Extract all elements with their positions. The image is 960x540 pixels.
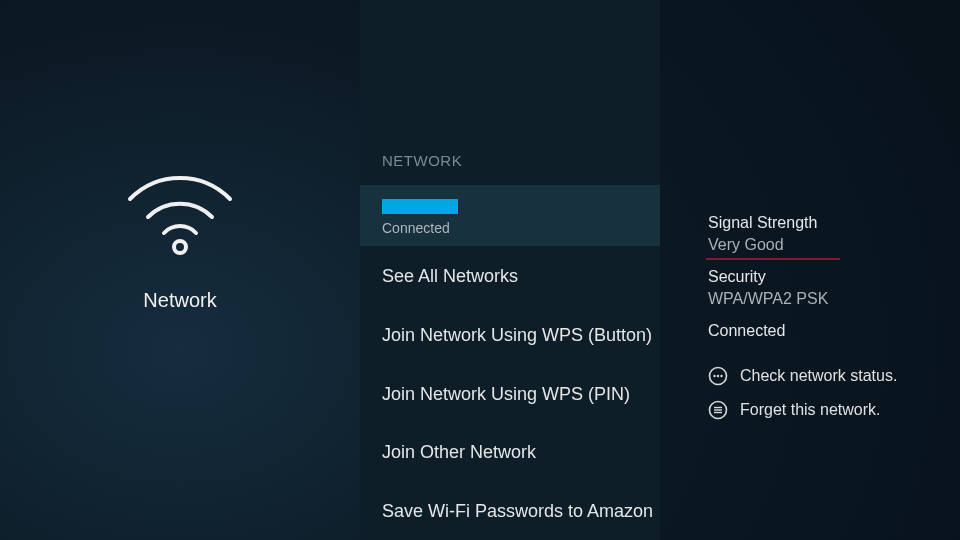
item-label: Join Network Using WPS (Button): [382, 325, 652, 345]
join-wps-pin[interactable]: Join Network Using WPS (PIN): [360, 364, 660, 423]
connection-status: Connected: [708, 322, 930, 340]
security-value: WPA/WPA2 PSK: [708, 290, 930, 308]
left-panel: Network: [0, 0, 360, 540]
current-network-name: [382, 199, 458, 214]
forget-network[interactable]: Forget this network.: [708, 400, 930, 420]
wifi-icon: [120, 169, 240, 259]
signal-strength-value: Very Good: [708, 236, 930, 254]
save-passwords-amazon[interactable]: Save Wi-Fi Passwords to Amazon: [360, 481, 660, 540]
accent-divider: [706, 258, 840, 260]
item-label: Join Other Network: [382, 442, 536, 462]
signal-strength-label: Signal Strength: [708, 214, 930, 232]
join-other-network[interactable]: Join Other Network: [360, 422, 660, 481]
play-options-icon: [708, 366, 728, 386]
page-title: Network: [143, 289, 216, 312]
action-label: Forget this network.: [740, 401, 881, 419]
item-label: Save Wi-Fi Passwords to Amazon: [382, 501, 653, 521]
current-network-status: Connected: [382, 220, 638, 236]
svg-point-2: [713, 375, 715, 377]
menu-icon: [708, 400, 728, 420]
check-network-status[interactable]: Check network status.: [708, 366, 930, 386]
join-wps-button[interactable]: Join Network Using WPS (Button): [360, 305, 660, 364]
item-label: See All Networks: [382, 266, 518, 286]
network-list-panel: NETWORK Connected See All Networks Join …: [360, 0, 660, 540]
action-label: Check network status.: [740, 367, 897, 385]
detail-panel: Signal Strength Very Good Security WPA/W…: [660, 0, 960, 540]
see-all-networks[interactable]: See All Networks: [360, 246, 660, 305]
item-label: Join Network Using WPS (PIN): [382, 384, 630, 404]
security-label: Security: [708, 268, 930, 286]
svg-point-0: [174, 241, 186, 253]
svg-point-4: [720, 375, 722, 377]
current-network-item[interactable]: Connected: [360, 185, 660, 246]
svg-point-3: [717, 375, 719, 377]
list-header: NETWORK: [360, 152, 660, 185]
